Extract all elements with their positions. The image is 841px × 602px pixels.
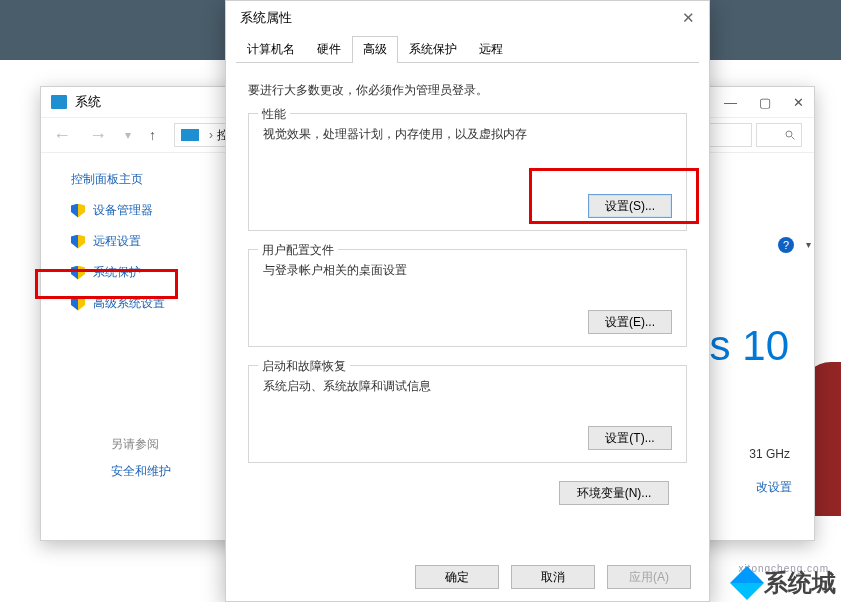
watermark-text: 系统城 [764,567,836,599]
group-description: 视觉效果，处理器计划，内存使用，以及虚拟内存 [263,126,672,143]
group-startup-recovery: 启动和故障恢复 系统启动、系统故障和调试信息 设置(T)... [248,365,687,463]
system-window-title: 系统 [75,93,101,111]
sidebar-header[interactable]: 控制面板主页 [71,171,221,188]
up-button[interactable]: ↑ [149,127,156,143]
see-also-section: 另请参阅 安全和维护 [111,436,171,480]
breadcrumb-icon [181,129,199,141]
help-icon[interactable]: ? [778,237,794,253]
group-performance: 性能 视觉效果，处理器计划，内存使用，以及虚拟内存 设置(S)... [248,113,687,231]
watermark: 系统城 [735,567,836,599]
close-button[interactable]: ✕ [793,95,804,110]
annotation-highlight-sidebar [35,269,178,299]
apply-button[interactable]: 应用(A) [607,565,691,589]
maximize-button[interactable]: ▢ [759,95,771,110]
recent-locations-button[interactable]: ▾ [125,128,131,142]
tab-advanced[interactable]: 高级 [352,36,398,63]
search-icon [784,129,796,141]
help-icon-glyph: ? [783,239,789,251]
cancel-button[interactable]: 取消 [511,565,595,589]
group-title: 性能 [258,106,290,123]
sidebar-item-label: 设备管理器 [93,202,153,219]
minimize-button[interactable]: — [724,95,737,110]
svg-line-1 [792,137,795,140]
dialog-close-button[interactable]: ✕ [682,9,695,27]
performance-settings-button[interactable]: 设置(S)... [588,194,672,218]
sidebar-item-device-manager[interactable]: 设备管理器 [71,202,221,219]
user-profiles-settings-button[interactable]: 设置(E)... [588,310,672,334]
see-also-header: 另请参阅 [111,436,171,453]
see-also-item[interactable]: 安全和维护 [111,463,171,480]
shield-icon [71,235,85,249]
ok-button[interactable]: 确定 [415,565,499,589]
tab-strip: 计算机名 硬件 高级 系统保护 远程 [226,35,709,62]
windows-brand-fragment: /s 10 [698,322,789,370]
system-properties-dialog: 系统属性 ✕ 计算机名 硬件 高级 系统保护 远程 要进行大多数更改，你必须作为… [225,0,710,602]
sidebar-item-remote-settings[interactable]: 远程设置 [71,233,221,250]
shield-icon [71,204,85,218]
tab-system-protection[interactable]: 系统保护 [398,36,468,63]
admin-note: 要进行大多数更改，你必须作为管理员登录。 [248,82,687,99]
group-title: 启动和故障恢复 [258,358,350,375]
sidebar-item-label: 远程设置 [93,233,141,250]
environment-variables-button[interactable]: 环境变量(N)... [559,481,669,505]
sidebar: 控制面板主页 设备管理器 远程设置 系统保护 高级系统设置 [41,153,221,540]
breadcrumb-separator: › [209,128,213,142]
svg-point-0 [786,131,792,137]
dialog-title: 系统属性 [240,10,292,27]
back-button[interactable]: ← [53,125,71,146]
tab-remote[interactable]: 远程 [468,36,514,63]
spec-fragment: 31 GHz [749,447,790,461]
system-icon [51,95,67,109]
tab-hardware[interactable]: 硬件 [306,36,352,63]
help-chevron-icon[interactable]: ▾ [806,239,811,250]
group-description: 系统启动、系统故障和调试信息 [263,378,672,395]
forward-button[interactable]: → [89,125,107,146]
watermark-logo-icon [730,566,764,600]
search-box[interactable] [756,123,802,147]
startup-recovery-settings-button[interactable]: 设置(T)... [588,426,672,450]
tab-computer-name[interactable]: 计算机名 [236,36,306,63]
group-title: 用户配置文件 [258,242,338,259]
group-description: 与登录帐户相关的桌面设置 [263,262,672,279]
dialog-button-row: 确定 取消 应用(A) [226,553,709,601]
group-user-profiles: 用户配置文件 与登录帐户相关的桌面设置 设置(E)... [248,249,687,347]
